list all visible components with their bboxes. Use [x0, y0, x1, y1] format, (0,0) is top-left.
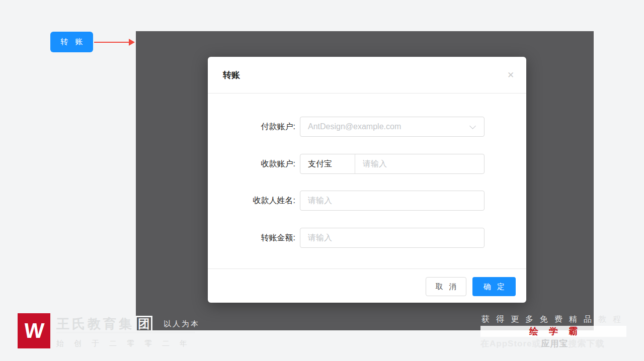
payee-account-label: 收款账户:: [208, 154, 295, 174]
payer-account-placeholder: AntDesign@example.com: [308, 122, 401, 131]
promo-download-mid: 或: [532, 339, 541, 348]
payee-account-field: 支付宝: [300, 154, 485, 174]
form-row-payer-account: 付款账户: AntDesign@example.com: [208, 117, 526, 137]
logo-w-icon: W: [23, 320, 45, 341]
promo-download-hint: 在AppStore或应用宝搜索下载: [480, 338, 631, 349]
annotation-arrow-head-icon: [129, 39, 135, 46]
company-name-row: 王氏教育集 团 以人为本: [56, 315, 200, 333]
modal-title: 转账: [223, 69, 240, 81]
promo-app-banner: 绘 学 霸: [480, 326, 626, 337]
close-icon[interactable]: ✕: [495, 57, 526, 94]
promo-download-prefix: 在AppStore: [480, 339, 532, 348]
modal-header: 转账 ✕: [208, 57, 526, 94]
transfer-modal: 转账 ✕ 付款账户: AntDesign@example.com 收款账户: 支…: [208, 57, 526, 303]
payee-account-input-wrap: [356, 154, 485, 173]
canvas: 转 账 转账 ✕ 付款账户: AntDesign@example.com 收款账…: [0, 0, 644, 361]
modal-footer: 取 消 确 定: [208, 268, 526, 303]
payer-account-label: 付款账户:: [208, 117, 295, 137]
chevron-down-icon: [469, 123, 476, 129]
promo-download-suffix: 搜索下载: [569, 339, 605, 348]
promo-tagline: 获得更多免费精品教程: [481, 314, 632, 325]
payee-name-field: [300, 191, 485, 211]
transfer-amount-input[interactable]: [300, 228, 484, 247]
transfer-trigger-button[interactable]: 转 账: [50, 32, 93, 52]
cancel-button[interactable]: 取 消: [426, 277, 466, 296]
transfer-amount-field: [300, 228, 485, 248]
wang-education-logo: W: [18, 313, 50, 348]
payer-account-select[interactable]: AntDesign@example.com: [300, 117, 485, 137]
company-slogan: 以人为本: [164, 319, 200, 329]
form-row-payee-account: 收款账户: 支付宝: [208, 154, 526, 174]
promo-app-name: 绘 学 霸: [525, 325, 582, 337]
payee-name-input[interactable]: [300, 191, 484, 210]
confirm-button[interactable]: 确 定: [472, 277, 516, 296]
payee-name-label: 收款人姓名:: [208, 191, 295, 211]
company-name-boxed-char: 团: [135, 316, 152, 332]
promo-download-store: 应用宝: [541, 339, 569, 348]
payee-account-input[interactable]: [356, 154, 485, 173]
transfer-amount-label: 转账金额:: [208, 228, 295, 248]
payee-account-type-select[interactable]: 支付宝: [300, 154, 355, 173]
company-name: 王氏教育集: [56, 315, 134, 333]
annotation-arrow-line: [94, 42, 130, 43]
brand-divider-line: [56, 332, 195, 333]
form-row-payee-name: 收款人姓名:: [208, 191, 526, 211]
form-row-transfer-amount: 转账金额:: [208, 228, 526, 248]
company-subtitle: 始创于二零零二年: [56, 339, 207, 348]
